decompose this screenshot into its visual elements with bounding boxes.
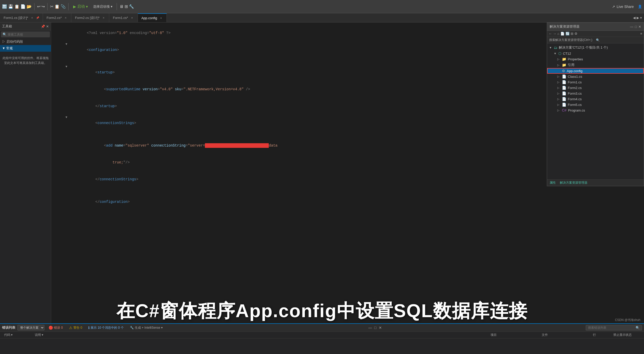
tab-app-config[interactable]: App.config × xyxy=(138,13,167,22)
tab-app-config-close[interactable]: × xyxy=(159,16,163,20)
se-explorer-link[interactable]: 解决方案资源管理器 xyxy=(560,181,587,185)
toolbox-category-general[interactable]: ▼ 常规 xyxy=(0,45,51,52)
paste-icon[interactable]: 📎 xyxy=(61,4,66,9)
user-icon[interactable]: 👤 xyxy=(638,5,642,8)
se-properties-label: Properties xyxy=(568,57,583,61)
el-win-close[interactable]: ✕ xyxy=(378,326,382,330)
toolbox-close-icon[interactable]: ✕ xyxy=(46,25,49,28)
tab-form1-cs-close[interactable]: × xyxy=(130,16,134,20)
tab-scroll-right[interactable]: ▶ xyxy=(637,16,639,20)
col-line[interactable]: 行 xyxy=(591,333,611,337)
col-project[interactable]: 项目 xyxy=(488,333,540,337)
tab-form1-cs[interactable]: Form1.cs* × xyxy=(109,13,138,22)
se-project-ct12[interactable]: ▼ ⬡ CT12 xyxy=(547,51,644,56)
el-win-max[interactable]: □ xyxy=(373,326,377,330)
toolbox-search-input[interactable] xyxy=(8,33,48,36)
toolbar-icon-3[interactable]: 📋 xyxy=(14,4,19,9)
toolbar-undo-icons: ↩ ↪ xyxy=(37,4,45,9)
live-share-button[interactable]: ↗ Live Share xyxy=(610,4,636,10)
error-search-input[interactable] xyxy=(588,326,635,329)
se-item-form3[interactable]: ▷ 📄 Form3.cs xyxy=(547,91,644,96)
extra-icon-3[interactable]: 🔧 xyxy=(129,4,134,9)
se-bottom-bar: 属性 解决方案资源管理器 xyxy=(547,179,644,186)
se-item-class1[interactable]: ▷ 📄 Class1.cs xyxy=(547,74,644,79)
se-search-icon[interactable]: 🔍 xyxy=(596,38,642,42)
undo-icon[interactable]: ↩ xyxy=(37,4,40,9)
se-toolbar-expand[interactable]: ⊞ xyxy=(571,32,573,36)
solution-explorer-title: 解决方案资源管理器 xyxy=(550,24,580,29)
toolbox-category-startup[interactable]: ▷ 启动代码段 xyxy=(0,38,51,45)
se-toolbar-fwd[interactable]: → xyxy=(553,32,556,36)
warning-badge[interactable]: ⚠ 警告 0 xyxy=(67,325,84,330)
extra-icon-2[interactable]: ⊞ xyxy=(125,4,128,9)
tab-dropdown[interactable]: ▾ xyxy=(640,16,642,20)
se-properties-link[interactable]: 属性 xyxy=(550,181,556,185)
tab-form1-design[interactable]: Form1.cs [设计]* × 📌 xyxy=(0,13,43,22)
tab-form2-design[interactable]: Form2.cs [设计]* × xyxy=(71,13,109,22)
se-titlebar-icons: — □ ✕ xyxy=(630,25,641,29)
copy-icon[interactable]: 📋 xyxy=(54,4,60,9)
error-scope-select[interactable]: 整个解决方案 xyxy=(17,325,45,330)
col-suppress[interactable]: 禁止显示状态 xyxy=(611,333,642,337)
error-list-columns: 代码 ▾ 说明 ▾ 项目 文件 行 禁止显示状态 xyxy=(0,332,644,338)
se-project-icon: ⬡ xyxy=(558,51,561,56)
col-code[interactable]: 代码 ▾ xyxy=(2,333,33,337)
col-desc[interactable]: 说明 ▾ xyxy=(33,333,488,337)
error-list-search[interactable]: 🔍 xyxy=(586,325,642,330)
se-solution-chevron: ▼ xyxy=(549,46,553,49)
se-item-form1[interactable]: ▷ 📄 Form1.cs xyxy=(547,79,644,85)
se-min-icon[interactable]: — xyxy=(630,25,633,29)
se-solution-root[interactable]: ▼ 🗂 解决方案'CT12'(1 个项目/共 1 个) xyxy=(547,45,644,51)
extra-icon-1[interactable]: 🖥 xyxy=(119,4,124,9)
se-toolbar-prop[interactable]: 📄 xyxy=(560,32,564,36)
se-item-program[interactable]: ▷ C# Program.cs xyxy=(547,107,644,113)
redo-icon[interactable]: ↪ xyxy=(41,4,45,9)
se-item-form2[interactable]: ▷ 📄 Form2.cs xyxy=(547,85,644,91)
col-desc-label: 说明 xyxy=(35,333,41,337)
info-badge[interactable]: ℹ 展示 10 个消息中的 0 个 xyxy=(86,325,126,330)
separator-4 xyxy=(117,3,117,10)
tab-form2-design-close[interactable]: × xyxy=(102,16,105,20)
error-badge[interactable]: 🔴 错误 0 xyxy=(47,325,65,330)
cut-icon[interactable]: ✂ xyxy=(50,4,53,9)
se-toolbar-filter[interactable]: ≡ xyxy=(640,32,642,36)
build-filter-badge[interactable]: 🔧 生成 + IntelliSense ▾ xyxy=(128,325,165,330)
se-form3-icon: 📄 xyxy=(562,91,566,95)
tab-form2-cs-close[interactable]: × xyxy=(64,16,68,20)
tab-form1-design-label: Form1.cs [设计]* xyxy=(4,16,28,20)
select-startup-button[interactable]: 选择启动项 ▾ xyxy=(92,3,114,10)
toolbar-icon-1[interactable]: 🔙 xyxy=(2,4,7,9)
solution-explorer: 解决方案资源管理器 — □ ✕ ← → ⌂ 📄 🔄 ⊞ ⚙ ≡ 搜索解决方案资源… xyxy=(547,23,644,186)
toolbar-left-icons: 🔙 💾 📋 📄 📂 xyxy=(2,4,32,9)
tab-scroll-left[interactable]: ◀ xyxy=(633,16,636,20)
col-file-label: 文件 xyxy=(542,333,548,337)
toolbox-pin-icon[interactable]: 📌 xyxy=(41,25,45,28)
se-close-icon[interactable]: ✕ xyxy=(638,25,641,29)
se-toolbar-settings[interactable]: ⚙ xyxy=(574,32,578,36)
se-item-form5[interactable]: ▷ 📄 Form5.cs xyxy=(547,102,644,107)
toolbar-icon-5[interactable]: 📂 xyxy=(27,4,32,9)
tab-form1-design-close[interactable]: × xyxy=(30,16,34,20)
se-toolbar: ← → ⌂ 📄 🔄 ⊞ ⚙ ≡ xyxy=(547,31,644,37)
warning-count: 0 xyxy=(81,326,82,329)
se-toolbar-home[interactable]: ⌂ xyxy=(557,32,559,36)
toolbox-header-icons: 📌 ✕ xyxy=(41,25,49,28)
se-item-properties[interactable]: ▷ 📁 Properties xyxy=(547,56,644,62)
el-win-min[interactable]: — xyxy=(368,326,372,330)
se-item-form4[interactable]: ▷ 📄 Form4.cs xyxy=(547,96,644,102)
toolbox-search[interactable]: 🔍 xyxy=(1,31,50,37)
start-button[interactable]: ▶ 启动 ▾ xyxy=(71,3,90,10)
info-icon: ℹ xyxy=(88,326,90,330)
toolbar-icon-2[interactable]: 💾 xyxy=(8,4,13,9)
tab-form2-cs[interactable]: Form2.cs* × xyxy=(43,13,71,22)
col-file[interactable]: 文件 xyxy=(540,333,591,337)
se-toolbar-refresh[interactable]: 🔄 xyxy=(565,32,570,36)
toolbar-icon-4[interactable]: 📄 xyxy=(20,4,26,9)
se-item-refs[interactable]: ▷ 📁 引用 xyxy=(547,62,644,68)
se-toolbar-back[interactable]: ← xyxy=(549,32,552,36)
se-search[interactable]: 搜索解决方案资源管理器(Ctrl+;) 🔍 xyxy=(547,37,644,43)
start-icon: ▶ xyxy=(73,4,76,9)
se-solution-icon: 🗂 xyxy=(554,46,557,50)
se-max-icon[interactable]: □ xyxy=(635,25,637,29)
se-item-app-config[interactable]: ⚙ App.config xyxy=(547,68,644,74)
